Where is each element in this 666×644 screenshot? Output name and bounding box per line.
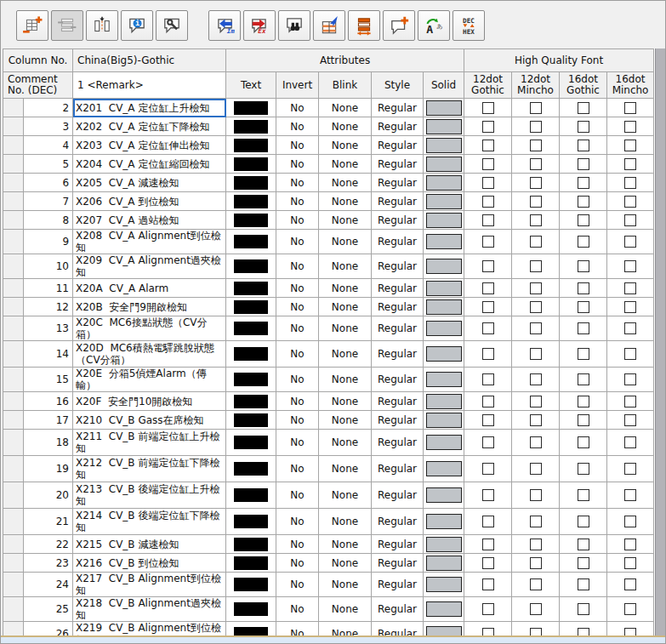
comment-text-cell[interactable]: X201 CV_A 定位缸上升檢知 [73,99,226,117]
language-convert-button[interactable]: A ぁ [418,10,450,41]
solid-color-swatch[interactable] [426,138,462,153]
comment-number-cell[interactable]: 9 [24,230,73,254]
text-color-swatch[interactable] [234,101,268,115]
checkbox-12dot-gothic[interactable] [482,373,494,385]
checkbox-12dot-mincho[interactable] [530,436,542,448]
row-selector[interactable] [3,430,24,456]
checkbox-16dot-mincho[interactable] [624,121,636,133]
checkbox-12dot-mincho[interactable] [530,236,542,248]
checkbox-12dot-mincho[interactable] [530,539,542,550]
row-selector[interactable] [3,298,24,316]
comment-number-cell[interactable]: 3 [24,117,73,136]
checkbox-16dot-gothic[interactable] [578,322,589,334]
blink-cell[interactable]: None [319,482,372,509]
comment-text-cell[interactable]: X203 CV_A 定位缸伸出檢知 [73,136,226,155]
style-cell[interactable]: Regular [372,254,424,279]
checkbox-12dot-gothic[interactable] [482,301,494,313]
checkbox-16dot-mincho[interactable] [624,436,636,448]
checkbox-12dot-mincho[interactable] [530,489,542,501]
style-cell[interactable]: Regular [372,554,424,573]
import-comment-button[interactable]: Im [208,10,241,41]
style-cell[interactable]: Regular [372,622,424,636]
solid-color-cell[interactable] [424,392,464,411]
row-selector[interactable] [3,174,24,192]
checkbox-12dot-mincho[interactable] [530,628,542,635]
text-color-swatch[interactable] [234,373,268,386]
checkbox-16dot-gothic[interactable] [578,414,589,426]
text-color-cell[interactable] [226,509,276,535]
comment-text-cell[interactable]: X20C MC6接點狀態（CV分箱） [73,316,226,341]
blink-cell[interactable]: None [319,155,372,174]
invert-cell[interactable]: No [276,211,319,230]
solid-color-swatch[interactable] [426,372,462,387]
text-color-swatch[interactable] [234,235,268,248]
checkbox-16dot-mincho[interactable] [624,282,636,294]
invert-cell[interactable]: No [276,230,319,254]
invert-cell[interactable]: No [276,117,319,136]
row-selector[interactable] [3,368,24,392]
comment-number-cell[interactable]: 5 [24,155,73,174]
style-cell[interactable]: Regular [372,117,424,136]
comment-number-cell[interactable]: 21 [24,509,73,535]
invert-cell[interactable]: No [276,254,319,279]
row-selector[interactable] [3,230,24,254]
invert-cell[interactable]: No [276,174,319,192]
style-cell[interactable]: Regular [372,482,424,509]
checkbox-16dot-mincho[interactable] [624,539,636,550]
text-color-swatch[interactable] [234,515,268,528]
checkbox-12dot-gothic[interactable] [482,516,494,527]
text-color-cell[interactable] [226,341,276,368]
checkbox-16dot-gothic[interactable] [578,539,589,550]
comment-number-cell[interactable]: 7 [24,192,73,211]
style-cell[interactable]: Regular [372,230,424,254]
checkbox-12dot-gothic[interactable] [482,121,494,133]
row-selector[interactable] [3,254,24,279]
solid-color-swatch[interactable] [426,487,462,503]
text-color-swatch[interactable] [234,157,268,171]
checkbox-12dot-mincho[interactable] [530,158,542,170]
blink-cell[interactable]: None [319,535,372,554]
solid-color-cell[interactable] [424,622,464,636]
blink-cell[interactable]: None [319,456,372,482]
comment-text-cell[interactable]: X215 CV_B 減速檢知 [73,535,226,554]
blink-cell[interactable]: None [319,597,372,622]
invert-cell[interactable]: No [276,316,319,341]
blink-cell[interactable]: None [319,192,372,211]
checkbox-12dot-gothic[interactable] [482,578,494,590]
checkbox-16dot-gothic[interactable] [578,557,589,569]
solid-color-swatch[interactable] [426,321,462,336]
comment-text-cell[interactable]: X218 CV_B Alignment過夾檢知 [73,597,226,622]
comment-number-cell[interactable]: 14 [24,341,73,368]
solid-color-cell[interactable] [424,136,464,155]
comment-number-cell[interactable]: 19 [24,456,73,482]
checkbox-12dot-mincho[interactable] [530,373,542,385]
language-header[interactable]: China(Big5)-Gothic [73,49,226,72]
checkbox-16dot-mincho[interactable] [624,301,636,313]
blink-cell[interactable]: None [319,509,372,535]
row-selector[interactable] [3,535,24,554]
solid-color-cell[interactable] [424,597,464,622]
solid-color-swatch[interactable] [426,514,462,529]
text-color-swatch[interactable] [234,488,268,502]
solid-color-cell[interactable] [424,482,464,509]
solid-color-cell[interactable] [424,456,464,482]
add-remove-comment-column-button[interactable] [16,10,48,41]
solid-color-swatch[interactable] [426,234,462,249]
checkbox-12dot-mincho[interactable] [530,557,542,569]
checkbox-12dot-gothic[interactable] [482,489,494,501]
row-selector[interactable] [3,117,24,136]
solid-color-cell[interactable] [424,316,464,341]
blink-cell[interactable]: None [319,279,372,298]
comment-text-cell[interactable]: X219 CV_B Alignment到位檢知 [73,622,226,636]
comment-info-button[interactable]: i [121,10,153,41]
checkbox-12dot-mincho[interactable] [530,348,542,360]
comment-text-cell[interactable]: X212 CV_B 前端定位缸下降檢知 [73,456,226,482]
checkbox-12dot-mincho[interactable] [530,578,542,590]
invert-cell[interactable]: No [276,279,319,298]
blink-cell[interactable]: None [319,211,372,230]
text-color-cell[interactable] [226,117,276,136]
text-color-cell[interactable] [226,192,276,211]
invert-cell[interactable]: No [276,392,319,411]
export-comment-button[interactable]: Ex [243,10,276,41]
style-cell[interactable]: Regular [372,430,424,456]
